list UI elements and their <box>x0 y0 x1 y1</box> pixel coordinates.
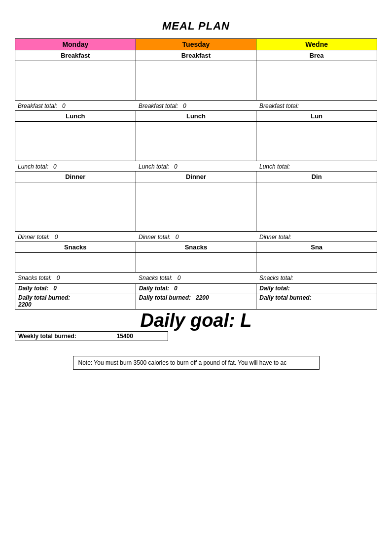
wednesday-snacks-total: Snacks total: <box>256 274 377 282</box>
tuesday-breakfast-total: Breakfast total: 0 <box>136 102 256 110</box>
tuesday-dinner-total: Dinner total: 0 <box>136 233 256 242</box>
tuesday-header: Tuesday <box>136 39 256 50</box>
monday-lunch-row1 <box>15 122 136 161</box>
wednesday-snacks-header: Snacks <box>256 242 377 253</box>
monday-daily-total: Daily total: 0 <box>15 284 136 293</box>
tuesday-snacks-header: Snacks <box>136 242 256 253</box>
tuesday-dinner-header: Dinner <box>136 172 256 182</box>
tuesday-breakfast-row1 <box>136 61 256 101</box>
monday-daily-burned: Daily total burned: 2200 <box>15 293 136 310</box>
tuesday-daily-burned: Daily total burned: 2200 <box>136 293 256 310</box>
tuesday-lunch-row1 <box>136 122 256 161</box>
monday-breakfast-total: Breakfast total: 0 <box>15 102 136 110</box>
tuesday-snacks-row1 <box>136 253 256 273</box>
monday-header: Monday <box>15 39 136 50</box>
wednesday-dinner-row1 <box>256 182 377 232</box>
tuesday-lunch-total: Lunch total: 0 <box>136 162 256 171</box>
monday-snacks-total: Snacks total: 0 <box>15 274 136 282</box>
wednesday-dinner-total: Dinner total: <box>256 233 377 242</box>
monday-dinner-row1 <box>15 182 136 232</box>
weekly-burned-label: Weekly total burned: <box>15 332 114 341</box>
wednesday-breakfast-header: Breakfast <box>256 50 377 61</box>
page-title: MEAL PLAN <box>15 20 377 33</box>
monday-breakfast-header: Breakfast <box>15 50 136 61</box>
monday-dinner-total: Dinner total: 0 <box>15 233 136 242</box>
tuesday-dinner-row1 <box>136 182 256 232</box>
wednesday-header: Wedne <box>256 39 377 50</box>
monday-snacks-row1 <box>15 253 136 273</box>
tuesday-breakfast-header: Breakfast <box>136 50 256 61</box>
tuesday-snacks-total: Snacks total: 0 <box>136 274 256 282</box>
note-box: Note: You must burn 3500 calories to bur… <box>73 356 320 370</box>
wednesday-daily-burned: Daily total burned: <box>256 293 377 310</box>
wednesday-snacks-row1 <box>256 253 377 273</box>
daily-goal-text: Daily goal: L <box>15 310 377 331</box>
tuesday-daily-total: Daily total: 0 <box>136 284 256 293</box>
wednesday-lunch-header: Lunch <box>256 111 377 122</box>
wednesday-breakfast-total: Breakfast total: <box>256 102 377 110</box>
note-text: Note: You must burn 3500 calories to bur… <box>78 359 287 366</box>
wednesday-lunch-total: Lunch total: <box>256 162 377 171</box>
weekly-burned-value: 15400 <box>114 332 168 341</box>
monday-breakfast-row1 <box>15 61 136 101</box>
monday-lunch-total: Lunch total: 0 <box>15 162 136 171</box>
monday-dinner-header: Dinner <box>15 172 136 182</box>
wednesday-breakfast-row1 <box>256 61 377 101</box>
monday-snacks-header: Snacks <box>15 242 136 253</box>
monday-lunch-header: Lunch <box>15 111 136 122</box>
wednesday-dinner-header: Dinner <box>256 172 377 182</box>
wednesday-daily-total: Daily total: <box>256 284 377 293</box>
wednesday-lunch-row1 <box>256 122 377 161</box>
tuesday-lunch-header: Lunch <box>136 111 256 122</box>
